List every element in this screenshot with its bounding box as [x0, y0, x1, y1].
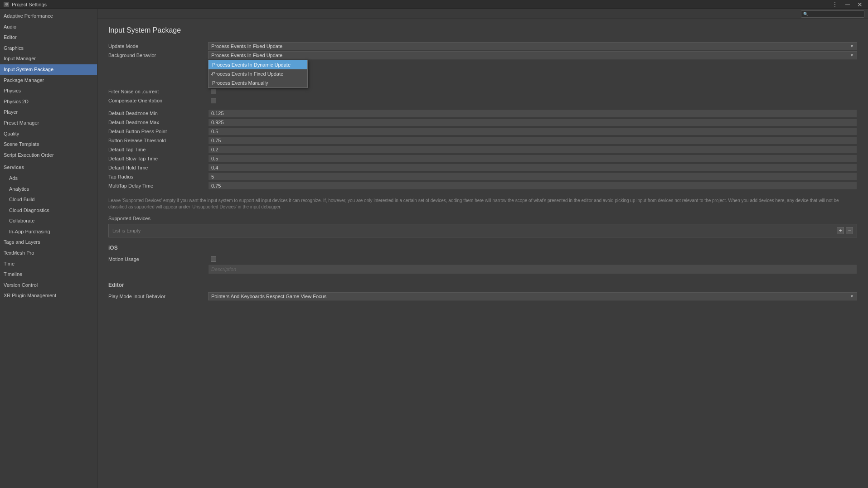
default-deadzone-min-row: Default Deadzone Min 0.125 — [108, 109, 857, 118]
sidebar-item-ads[interactable]: Ads — [0, 173, 97, 184]
search-icon: 🔍 — [803, 12, 808, 16]
sidebar-item-timeline[interactable]: Timeline — [0, 269, 97, 280]
sidebar-item-services[interactable]: Services — [0, 162, 97, 173]
sidebar-item-quality[interactable]: Quality — [0, 129, 97, 140]
default-hold-time-value[interactable]: 0.4 — [208, 164, 857, 172]
motion-usage-row: Motion Usage — [108, 255, 857, 264]
ios-section-title: iOS — [108, 245, 857, 251]
button-release-threshold-label: Button Release Threshold — [108, 138, 208, 143]
default-deadzone-min-value[interactable]: 0.125 — [208, 109, 857, 117]
editor-section-title: Editor — [108, 282, 857, 288]
multitap-delay-time-label: MultiTap Delay Time — [108, 183, 208, 188]
compensate-orientation-value — [208, 97, 857, 105]
dropdown-menu: Process Events In Dynamic UpdateProcess … — [208, 60, 308, 88]
sidebar-item-package-manager[interactable]: Package Manager — [0, 75, 97, 86]
background-behavior-dropdown[interactable]: Process Events In Fixed Update ▼ — [208, 51, 857, 59]
title-bar-left: ⚙ Project Settings — [4, 2, 47, 7]
default-tap-time-value[interactable]: 0.2 — [208, 145, 857, 154]
sidebar-item-graphics[interactable]: Graphics — [0, 43, 97, 54]
bg-dropdown-arrow: ▼ — [850, 53, 854, 58]
default-button-press-point-label: Default Button Press Point — [108, 129, 208, 134]
dropdown-option-manually[interactable]: Process Events Manually — [209, 78, 307, 87]
sidebar-item-analytics[interactable]: Analytics — [0, 184, 97, 195]
play-mode-input-behavior-dropdown[interactable]: Pointers And Keyboards Respect Game View… — [208, 292, 857, 300]
button-release-threshold-value[interactable]: 0.75 — [208, 136, 857, 145]
default-button-press-point-row: Default Button Press Point 0.5 — [108, 127, 857, 136]
motion-usage-value — [208, 255, 857, 263]
top-bar: 🔍 — [97, 9, 868, 19]
background-behavior-label: Background Behavior — [108, 53, 208, 58]
dropdown-option-dynamic-update[interactable]: Process Events In Dynamic Update — [209, 60, 307, 69]
sidebar-item-version-control[interactable]: Version Control — [0, 280, 97, 291]
main-content: 🔍 Input System Package Update Mode Proce… — [97, 9, 868, 488]
search-box[interactable]: 🔍 — [801, 10, 864, 18]
update-mode-dropdown[interactable]: Process Events In Fixed Update ▼ — [208, 42, 857, 50]
remove-device-button[interactable]: − — [846, 227, 853, 234]
sidebar-item-in-app-purchasing[interactable]: In-App Purchasing — [0, 227, 97, 237]
title-bar-title: Project Settings — [12, 2, 47, 7]
description-field[interactable]: Description — [208, 264, 857, 274]
devices-actions: + − — [837, 227, 853, 234]
tap-radius-row: Tap Radius 5 — [108, 172, 857, 181]
tap-radius-label: Tap Radius — [108, 174, 208, 179]
title-bar: ⚙ Project Settings ⋮ ─ ✕ — [0, 0, 868, 9]
devices-empty-text: List is Empty — [112, 228, 141, 233]
sidebar-item-input-manager[interactable]: Input Manager — [0, 53, 97, 64]
content-area: Input System Package Update Mode Process… — [97, 19, 868, 308]
page-title: Input System Package — [108, 26, 857, 34]
multitap-delay-time-value[interactable]: 0.75 — [208, 182, 857, 190]
sidebar-item-input-system-package[interactable]: Input System Package — [0, 64, 97, 75]
sidebar-item-preset-manager[interactable]: Preset Manager — [0, 118, 97, 129]
sidebar-item-collaborate[interactable]: Collaborate — [0, 216, 97, 227]
sidebar-item-physics[interactable]: Physics — [0, 86, 97, 97]
sidebar-item-scene-template[interactable]: Scene Template — [0, 139, 97, 150]
default-deadzone-max-label: Default Deadzone Max — [108, 120, 208, 125]
filter-noise-checkbox[interactable] — [211, 89, 216, 94]
sidebar-item-physics-2d[interactable]: Physics 2D — [0, 97, 97, 107]
multitap-delay-time-row: MultiTap Delay Time 0.75 — [108, 181, 857, 190]
play-mode-input-behavior-row: Play Mode Input Behavior Pointers And Ke… — [108, 292, 857, 301]
sidebar-item-audio[interactable]: Audio — [0, 22, 97, 33]
sidebar-item-cloud-diagnostics[interactable]: Cloud Diagnostics — [0, 205, 97, 216]
supported-devices-title: Supported Devices — [108, 216, 857, 221]
sidebar-item-player[interactable]: Player — [0, 107, 97, 118]
filter-noise-label: Filter Noise on .current — [108, 89, 208, 94]
default-slow-tap-time-row: Default Slow Tap Time 0.5 — [108, 154, 857, 163]
filter-noise-value — [208, 87, 857, 96]
app-icon: ⚙ — [4, 2, 9, 7]
description-row: Description — [108, 264, 857, 275]
sidebar-item-textmesh-pro[interactable]: TextMesh Pro — [0, 248, 97, 259]
default-button-press-point-value[interactable]: 0.5 — [208, 127, 857, 135]
sidebar-item-cloud-build[interactable]: Cloud Build — [0, 194, 97, 205]
more-button[interactable]: ⋮ — [830, 1, 840, 8]
add-device-button[interactable]: + — [837, 227, 844, 234]
motion-usage-checkbox[interactable] — [211, 256, 216, 262]
sidebar-item-editor[interactable]: Editor — [0, 32, 97, 43]
dropdown-option-fixed-update[interactable]: Process Events In Fixed Update — [209, 69, 307, 78]
default-hold-time-row: Default Hold Time 0.4 — [108, 163, 857, 172]
motion-usage-label: Motion Usage — [108, 256, 208, 262]
filter-noise-row: Filter Noise on .current — [108, 87, 857, 96]
sidebar: Adaptive PerformanceAudioEditorGraphicsI… — [0, 9, 97, 488]
app-container: Adaptive PerformanceAudioEditorGraphicsI… — [0, 9, 868, 488]
compensate-orientation-row: Compensate Orientation — [108, 96, 857, 105]
default-deadzone-max-value[interactable]: 0.925 — [208, 118, 857, 126]
background-behavior-value: Process Events In Fixed Update — [211, 53, 282, 58]
compensate-orientation-label: Compensate Orientation — [108, 98, 208, 103]
background-behavior-row: Background Behavior Process Events In Fi… — [108, 51, 857, 60]
default-slow-tap-time-label: Default Slow Tap Time — [108, 156, 208, 161]
sidebar-item-time[interactable]: Time — [0, 259, 97, 270]
sidebar-item-script-execution-order[interactable]: Script Execution Order — [0, 150, 97, 161]
tap-radius-value[interactable]: 5 — [208, 173, 857, 181]
update-mode-label: Update Mode — [108, 43, 208, 49]
play-mode-input-behavior-value: Pointers And Keyboards Respect Game View… — [211, 294, 326, 299]
sidebar-item-adaptive-performance[interactable]: Adaptive Performance — [0, 11, 97, 22]
default-hold-time-label: Default Hold Time — [108, 165, 208, 170]
sidebar-item-tags-and-layers[interactable]: Tags and Layers — [0, 237, 97, 248]
default-tap-time-row: Default Tap Time 0.2 — [108, 145, 857, 154]
sidebar-item-xr-plugin-management[interactable]: XR Plugin Management — [0, 290, 97, 301]
minimize-button[interactable]: ─ — [844, 1, 852, 8]
default-slow-tap-time-value[interactable]: 0.5 — [208, 155, 857, 163]
close-button[interactable]: ✕ — [855, 1, 864, 8]
compensate-orientation-checkbox[interactable] — [211, 98, 216, 103]
